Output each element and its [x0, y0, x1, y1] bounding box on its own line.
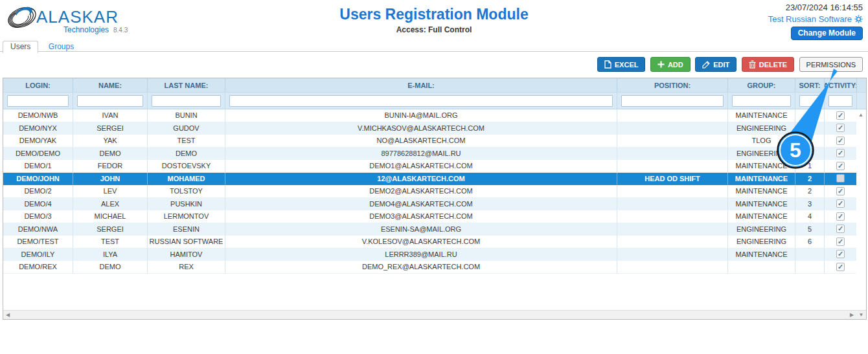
- column-header-activity[interactable]: ACTIVITY:: [825, 78, 857, 92]
- cell-name: YAK: [73, 135, 148, 148]
- activity-checkbox[interactable]: [836, 174, 845, 183]
- filter-sort-input[interactable]: [799, 95, 820, 107]
- edit-button-label: EDIT: [713, 61, 729, 69]
- cell-position: [617, 160, 728, 173]
- cell-position: HEAD OD SHIFT: [617, 173, 728, 186]
- vertical-scrollbar[interactable]: ▲: [856, 110, 865, 310]
- table-row[interactable]: DEMO/REX DEMO REX DEMO_REX@ALASKARTECH.C…: [3, 261, 866, 274]
- table-row[interactable]: DEMO/NWA SERGEI ESENIN ESENIN-SA@MAIL.OR…: [3, 223, 866, 236]
- filter-activity-input[interactable]: [828, 95, 852, 107]
- cell-group: TLOG: [728, 135, 795, 148]
- table-row[interactable]: DEMO/ILY ILYA HAMITOV LERRR389@MAIL.RU M…: [3, 249, 866, 261]
- table-row[interactable]: DEMO/4 ALEX PUSHKIN DEMO4@ALASKARTECH.CO…: [3, 198, 866, 211]
- cell-activity: ✓: [825, 249, 857, 261]
- activity-checkbox[interactable]: ✓: [836, 124, 845, 132]
- permissions-button[interactable]: PERMISSIONS: [799, 57, 863, 72]
- column-header-sort[interactable]: SORT:: [795, 78, 825, 92]
- cell-sort: 2: [795, 173, 825, 186]
- cell-group: MAINTENANCE: [728, 249, 795, 261]
- scroll-left-icon[interactable]: ◀: [3, 311, 12, 319]
- change-module-button[interactable]: Change Module: [791, 27, 863, 40]
- cell-name: DEMO: [73, 148, 148, 160]
- cell-email: NO@ALASKARTECH.COM: [225, 135, 617, 148]
- filter-position-input[interactable]: [621, 95, 724, 107]
- cell-sort: 0: [795, 148, 825, 160]
- table-row[interactable]: DEMO/NYX SERGEI GUDOV V.MICHKASOV@ALASKA…: [3, 122, 866, 135]
- brand-subtitle: Technologies: [63, 25, 109, 34]
- table-row[interactable]: DEMO/2 LEV TOLSTOY DEMO2@ALASKARTECH.COM…: [3, 185, 866, 198]
- cell-position: [617, 249, 728, 261]
- brand-name: ALASKAR: [36, 7, 119, 27]
- activity-checkbox[interactable]: ✓: [836, 199, 845, 208]
- cell-login: DEMO/NYX: [3, 122, 73, 135]
- cell-position: [617, 261, 728, 274]
- scroll-down-icon[interactable]: ▼: [856, 310, 866, 319]
- gear-icon[interactable]: [854, 15, 863, 23]
- column-header-group[interactable]: GROUP:: [728, 78, 795, 92]
- delete-button[interactable]: DELETE: [742, 57, 794, 72]
- filter-name-input[interactable]: [77, 95, 143, 107]
- cell-login: DEMO/4: [3, 198, 73, 211]
- cell-name: DEMO: [73, 261, 148, 274]
- activity-checkbox[interactable]: ✓: [836, 137, 845, 145]
- cell-sort: [795, 249, 825, 261]
- file-icon: [604, 60, 611, 69]
- cell-sort: 0: [795, 122, 825, 135]
- filter-last-name-input[interactable]: [152, 95, 221, 107]
- cell-last-name: HAMITOV: [148, 249, 225, 261]
- cell-position: [617, 135, 728, 148]
- cell-position: [617, 198, 728, 211]
- activity-checkbox[interactable]: ✓: [836, 225, 845, 233]
- activity-checkbox[interactable]: ✓: [836, 149, 845, 157]
- column-header-login[interactable]: LOGIN:: [3, 78, 73, 92]
- column-header-name[interactable]: NAME:: [73, 78, 148, 92]
- activity-checkbox[interactable]: ✓: [836, 162, 845, 170]
- activity-checkbox[interactable]: ✓: [836, 238, 845, 246]
- cell-last-name: TOLSTOY: [148, 185, 225, 198]
- add-button[interactable]: ADD: [650, 57, 691, 72]
- cell-email: DEMO4@ALASKARTECH.COM: [225, 198, 617, 211]
- activity-checkbox[interactable]: ✓: [836, 111, 845, 120]
- edit-button[interactable]: EDIT: [695, 57, 737, 72]
- datetime-display: 23/07/2024 16:14:55: [768, 3, 863, 12]
- filter-login-input[interactable]: [7, 95, 69, 107]
- cell-activity: ✓: [825, 109, 857, 122]
- cell-activity: ✓: [825, 122, 857, 135]
- cell-login: DEMO/3: [3, 210, 73, 223]
- session-user-link[interactable]: Test Russian Software: [768, 14, 852, 24]
- filter-group-input[interactable]: [732, 95, 791, 107]
- table-row[interactable]: DEMO/TEST TEST RUSSIAN SOFTWARE V.KOLESO…: [3, 236, 866, 249]
- table-row[interactable]: DEMO/JOHN JOHN MOHAMED 12@ALASKARTECH.CO…: [3, 173, 866, 186]
- activity-checkbox[interactable]: ✓: [836, 212, 845, 221]
- table-row[interactable]: DEMO/3 MICHAEL LERMONTOV DEMO3@ALASKARTE…: [3, 210, 866, 223]
- cell-email: ESENIN-SA@MAIL.ORG: [225, 223, 617, 236]
- table-row[interactable]: DEMO/1 FEDOR DOSTOEVSKY DEMO1@ALASKARTEC…: [3, 160, 866, 173]
- cell-last-name: LERMONTOV: [148, 210, 225, 223]
- cell-sort: [795, 109, 825, 122]
- column-header-last-name[interactable]: LAST NAME:: [148, 78, 225, 92]
- cell-name: MICHAEL: [73, 210, 148, 223]
- scroll-up-icon[interactable]: ▲: [856, 110, 865, 119]
- cell-email: V.MICHKASOV@ALASKARTECH.COM: [225, 122, 617, 135]
- horizontal-scrollbar[interactable]: ◀ ▶: [3, 310, 856, 319]
- cell-group: MAINTENANCE: [728, 198, 795, 211]
- cell-email: DEMO2@ALASKARTECH.COM: [225, 185, 617, 198]
- scroll-right-icon[interactable]: ▶: [847, 311, 856, 319]
- table-row[interactable]: DEMO/DEMO DEMO DEMO 89778628812@MAIL.RU …: [3, 148, 866, 160]
- activity-checkbox[interactable]: ✓: [836, 187, 845, 195]
- excel-button[interactable]: EXCEL: [597, 57, 646, 72]
- activity-checkbox[interactable]: ✓: [836, 250, 845, 258]
- cell-name: JOHN: [73, 173, 148, 186]
- activity-checkbox[interactable]: ✓: [836, 263, 845, 271]
- table-row[interactable]: DEMO/NWB IVAN BUNIN BUNIN-IA@MAIL.ORG MA…: [3, 109, 866, 122]
- tab-groups[interactable]: Groups: [41, 41, 81, 52]
- permissions-button-label: PERMISSIONS: [806, 61, 856, 69]
- column-header-email[interactable]: E-MAIL:: [225, 78, 617, 92]
- table-row[interactable]: DEMO/YAK YAK TEST NO@ALASKARTECH.COM TLO…: [3, 135, 866, 148]
- filter-email-input[interactable]: [229, 95, 613, 107]
- tab-users[interactable]: Users: [3, 41, 38, 53]
- cell-last-name: DOSTOEVSKY: [148, 160, 225, 173]
- cell-position: [617, 185, 728, 198]
- cell-email: DEMO3@ALASKARTECH.COM: [225, 210, 617, 223]
- column-header-position[interactable]: POSITION:: [617, 78, 728, 92]
